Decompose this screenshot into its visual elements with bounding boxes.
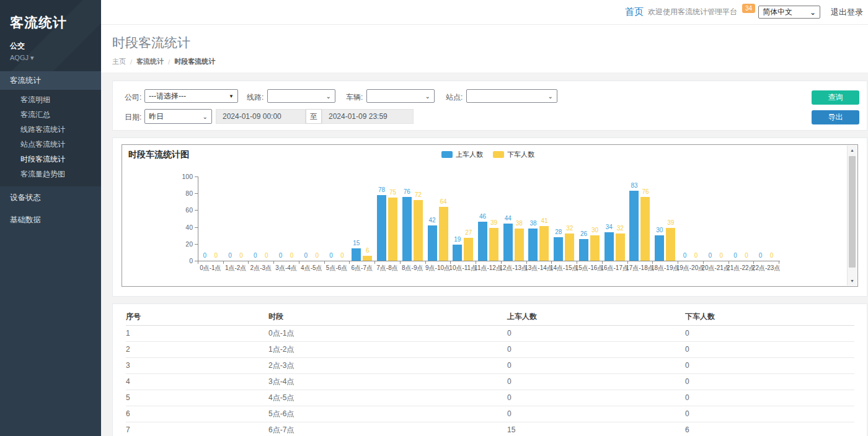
dropdown-arrow-icon: ▼ [229,94,234,99]
line-select[interactable]: ⌄ [267,89,335,103]
bar-下车人数[interactable] [363,256,372,261]
table-row[interactable]: 54点-5点00 [126,390,854,406]
bar-上车人数[interactable] [453,245,462,261]
date-to-input[interactable]: 2024-01-09 23:59 [322,109,414,124]
table-cell: 0 [507,357,685,373]
y-axis-tick-label: 20 [174,240,193,248]
language-select[interactable]: 简体中文 ⌄ [758,6,820,19]
bar-下车人数[interactable] [590,235,600,261]
sidebar-submenu-item[interactable]: 客流汇总 [0,107,101,122]
table-cell: 4 [126,373,268,390]
app-title: 客流统计 [10,14,91,32]
bar-上车人数[interactable] [554,237,563,261]
export-button[interactable]: 导出 [812,110,859,124]
date-preset-select[interactable]: 昨日 ⌄ [144,109,212,124]
bar-value-label: 15 [346,240,367,246]
legend-item[interactable]: 上车人数 [441,150,483,159]
scroll-down-arrow-icon[interactable]: ▼ [848,276,857,286]
home-link[interactable]: 首页 [625,6,644,18]
company-select-value: ---请选择--- [149,91,186,102]
sidebar-section-passenger-stats[interactable]: 客流统计 [0,71,101,90]
vehicle-select[interactable]: ⌄ [366,89,435,103]
bar-value-label: 64 [433,198,454,205]
table-cell: 3点-4点 [268,373,507,390]
date-from-input[interactable]: 2024-01-09 00:00 [216,109,306,124]
bar-下车人数[interactable] [489,228,498,261]
bar-value-label: 0 [332,252,353,259]
chart-scrollbar[interactable]: ▲ ▼ [847,146,857,286]
bar-chart: 时段车流统计图 上车人数下车人数 ▲ ▼ 0204060801000点-1点00… [122,144,858,287]
bar-上车人数[interactable] [377,195,386,261]
table-cell: 0 [685,357,854,373]
table-row[interactable]: 65点-6点00 [126,406,854,422]
sidebar-submenu-item[interactable]: 客流量趋势图 [0,167,101,181]
bar-上车人数[interactable] [655,235,664,261]
bar-value-label: 32 [609,225,631,232]
table-cell: 2 [126,341,268,357]
sidebar-submenu-item[interactable]: 站点客流统计 [0,137,101,152]
sidebar-item[interactable]: 基础数据 [0,209,101,231]
table-cell: 6点-7点 [268,422,507,436]
table-panel: 序号时段上车人数下车人数 10点-1点0021点-2点0032点-3点0043点… [112,303,867,436]
table-cell: 6 [685,422,854,436]
sidebar-submenu-item[interactable]: 客流明细 [0,92,101,107]
table-column-header: 上车人数 [507,308,685,325]
table-row[interactable]: 10点-1点00 [126,325,854,341]
logout-link[interactable]: 退出登录 [831,7,863,18]
table-cell: 0 [685,390,854,406]
query-button[interactable]: 查询 [812,90,859,105]
bar-上车人数[interactable] [579,239,588,261]
bar-上车人数[interactable] [402,197,412,261]
bar-上车人数[interactable] [629,191,639,261]
sidebar-item[interactable]: 设备状态 [0,186,101,209]
sidebar-submenu-item[interactable]: 时段客流统计 [0,152,101,167]
bar-下车人数[interactable] [616,233,625,261]
bar-下车人数[interactable] [565,233,574,261]
y-axis-tick-label: 100 [174,173,193,180]
chevron-down-icon: ▾ [30,54,34,61]
station-select[interactable]: ⌄ [466,89,557,103]
org-selector[interactable]: AQGJ ▾ [10,54,91,62]
bar-上车人数[interactable] [528,229,538,261]
breadcrumb-home[interactable]: 主页 [112,57,126,66]
chart-panel: 时段车流统计图 上车人数下车人数 ▲ ▼ 0204060801000点-1点00… [112,137,867,297]
sidebar-submenu: 客流明细客流汇总线路客流统计站点客流统计时段客流统计客流量趋势图 [0,90,101,186]
notification-badge[interactable]: 34 [742,4,755,13]
bar-下车人数[interactable] [464,238,473,261]
bar-上车人数[interactable] [478,222,487,261]
table-cell: 0点-1点 [268,325,507,341]
bar-下车人数[interactable] [388,198,397,261]
page-heading: 时段客流统计 主页 / 客流统计 / 时段客流统计 [101,25,868,72]
sidebar-submenu-item[interactable]: 线路客流统计 [0,122,101,137]
bar-value-label: 76 [635,188,656,195]
bar-下车人数[interactable] [414,200,423,261]
line-label: 线路: [247,92,264,103]
bar-下车人数[interactable] [515,229,524,261]
bar-上车人数[interactable] [503,224,513,261]
table-cell: 0 [685,325,854,341]
scroll-up-arrow-icon[interactable]: ▲ [848,146,857,155]
table-cell: 0 [685,341,854,357]
table-cell: 0 [507,373,685,390]
bar-下车人数[interactable] [439,207,448,261]
scrollbar-thumb[interactable] [849,156,856,268]
bar-上车人数[interactable] [428,225,437,261]
table-row[interactable]: 21点-2点00 [126,341,854,357]
bar-上车人数[interactable] [604,232,614,261]
table-row[interactable]: 76点-7点156 [126,422,854,436]
breadcrumb-separator: / [168,58,170,66]
language-select-value: 简体中文 [763,7,792,17]
table-cell: 1 [126,325,268,341]
table-cell: 2点-3点 [268,357,507,373]
date-label: 日期: [125,112,141,123]
legend-item[interactable]: 下车人数 [493,150,534,159]
y-axis-tick [195,193,198,194]
date-range-to-label: 至 [306,109,322,124]
company-select[interactable]: ---请选择--- ▼ [144,89,238,103]
table-row[interactable]: 43点-4点00 [126,373,854,390]
chevron-down-icon: ⌄ [203,113,208,120]
chevron-down-icon: ⌄ [548,93,553,100]
breadcrumb-section[interactable]: 客流统计 [136,57,164,66]
x-axis-category-label: 22点-23点 [747,264,786,272]
table-row[interactable]: 32点-3点00 [126,357,854,373]
